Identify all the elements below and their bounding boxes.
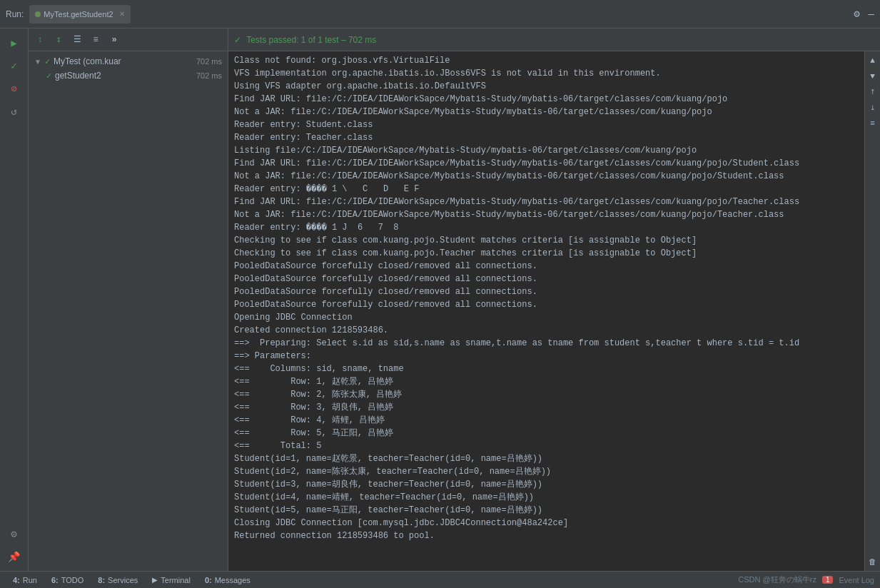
root-check-icon: ✓ <box>44 57 51 66</box>
output-toolbar: ✓ Tests passed: 1 of 1 test – 702 ms <box>228 29 880 51</box>
status-label: Tests passed: <box>246 35 298 45</box>
more-btn[interactable]: » <box>106 31 123 49</box>
console-line: <== Row: 5, 马正阳, 吕艳婷 <box>234 427 859 440</box>
console-line: Returned connection 1218593486 to pool. <box>234 529 859 542</box>
left-panel: ↕ ↧ ☰ ≡ » ▼ ✓ MyTest (com.kuar 702 ms ✓ … <box>29 29 228 571</box>
console-output[interactable]: Class not found: org.jboss.vfs.VirtualFi… <box>228 51 864 571</box>
console-line: <== Total: 5 <box>234 440 859 452</box>
bottom-tab-terminal[interactable]: ▶ Terminal <box>145 572 198 588</box>
event-log-badge: 1 <box>822 576 834 584</box>
console-line: Opening JDBC Connection <box>234 311 859 324</box>
messages-tab-num: 0: <box>205 576 212 584</box>
main-content: ▶ ✓ ⊘ ↺ ⚙ 📌 ↕ ↧ ☰ ≡ » ▼ ✓ MyTest (com.ku… <box>0 29 880 571</box>
console-line: Reader entry: Student.class <box>234 118 859 131</box>
console-line: PooledDataSource forcefully closed/remov… <box>234 298 859 311</box>
console-line: Not a JAR: file:/C:/IDEA/IDEAWorkSapce/M… <box>234 208 859 221</box>
play-button[interactable]: ▶ <box>4 33 24 53</box>
console-line: Student(id=5, name=马正阳, teacher=Teacher(… <box>234 504 859 517</box>
messages-tab-label: Messages <box>215 576 251 584</box>
console-line: Reader entry: ���� 1 J 6 7 8 <box>234 221 859 234</box>
scroll-up-btn[interactable]: ▲ <box>866 54 879 67</box>
console-line: Listing file:/C:/IDEA/IDEAWorkSapce/Myba… <box>234 144 859 157</box>
child-check-icon: ✓ <box>46 71 52 81</box>
tree-root-item[interactable]: ▼ ✓ MyTest (com.kuar 702 ms <box>29 54 228 69</box>
scroll-toolbar: ▲ ▼ ⤒ ⤓ ≡ 🗑 <box>864 51 880 571</box>
console-line: Find JAR URL: file:/C:/IDEA/IDEAWorkSapc… <box>234 157 859 170</box>
console-line: Student(id=4, name=靖鲤, teacher=Teacher(i… <box>234 491 859 504</box>
terminal-tab-label: Terminal <box>161 576 191 584</box>
console-line: Class not found: org.jboss.vfs.VirtualFi… <box>234 54 859 67</box>
child-item-time: 702 ms <box>196 71 222 80</box>
console-line: Not a JAR: file:/C:/IDEA/IDEAWorkSapce/M… <box>234 106 859 118</box>
scroll-down-btn[interactable]: ▼ <box>866 70 879 83</box>
filter2-btn[interactable]: ≡ <box>87 31 104 49</box>
run-label: Run: <box>6 9 24 19</box>
bottom-tab-run[interactable]: 4: Run <box>6 572 44 588</box>
test-toolbar: ↕ ↧ ☰ ≡ » <box>29 29 228 51</box>
console-line: Created connection 1218593486. <box>234 324 859 337</box>
event-log-label: Event Log <box>839 576 874 584</box>
console-line: Reader entry: Teacher.class <box>234 131 859 144</box>
output-panel: ✓ Tests passed: 1 of 1 test – 702 ms Cla… <box>228 29 880 571</box>
settings-side-icon[interactable]: ⚙ <box>4 524 24 544</box>
console-line: Find JAR URL: file:/C:/IDEA/IDEAWorkSapc… <box>234 196 859 208</box>
child-item-name: getStudent2 <box>55 71 193 81</box>
run-toolbar: ▶ ✓ ⊘ ↺ ⚙ 📌 <box>0 29 29 571</box>
run-tab-label: Run <box>23 576 37 584</box>
tree-child-item[interactable]: ✓ getStudent2 702 ms <box>29 69 228 83</box>
services-tab-label: Services <box>108 576 138 584</box>
run-tab[interactable]: MyTest.getStudent2 ✕ <box>29 5 130 24</box>
sort-desc-btn[interactable]: ↧ <box>50 31 67 49</box>
test-tree: ▼ ✓ MyTest (com.kuar 702 ms ✓ getStudent… <box>29 51 228 571</box>
top-bar-right: ⚙ — <box>854 8 874 20</box>
filter1-btn[interactable]: ☰ <box>69 31 86 49</box>
terminal-tab-icon: ▶ <box>152 576 158 584</box>
check-button[interactable]: ✓ <box>4 56 24 76</box>
restart-button[interactable]: ↺ <box>4 101 24 121</box>
tab-name: MyTest.getStudent2 <box>44 10 113 19</box>
console-line: Student(id=1, name=赵乾景, teacher=Teacher(… <box>234 452 859 465</box>
pass-check-icon: ✓ <box>234 35 241 45</box>
filter-output-btn[interactable]: ≡ <box>866 117 879 130</box>
status-count: 1 of 1 test <box>301 35 339 45</box>
console-line: Student(id=3, name=胡良伟, teacher=Teacher(… <box>234 478 859 491</box>
status-time: 702 ms <box>348 35 376 45</box>
top-bar: Run: MyTest.getStudent2 ✕ ⚙ — <box>0 0 880 29</box>
console-line: PooledDataSource forcefully closed/remov… <box>234 273 859 285</box>
clear-btn[interactable]: 🗑 <box>866 555 879 568</box>
scroll-bottom-btn[interactable]: ⤓ <box>866 101 879 114</box>
console-line: Checking to see if class com.kuang.pojo.… <box>234 234 859 247</box>
console-line: Find JAR URL: file:/C:/IDEA/IDEAWorkSapc… <box>234 93 859 106</box>
console-line: PooledDataSource forcefully closed/remov… <box>234 260 859 273</box>
minimize-icon[interactable]: — <box>869 9 874 20</box>
console-line: ==> Preparing: Select s.id as sid,s.name… <box>234 337 859 350</box>
console-line: Using VFS adapter org.apache.ibatis.io.D… <box>234 80 859 93</box>
settings-icon[interactable]: ⚙ <box>854 8 859 20</box>
bottom-tab-todo[interactable]: 6: TODO <box>44 572 91 588</box>
sort-asc-btn[interactable]: ↕ <box>31 31 49 49</box>
console-line: <== Row: 3, 胡良伟, 吕艳婷 <box>234 401 859 414</box>
console-line: Checking to see if class com.kuang.pojo.… <box>234 247 859 260</box>
console-line: <== Row: 4, 靖鲤, 吕艳婷 <box>234 414 859 427</box>
close-icon[interactable]: ✕ <box>119 10 125 18</box>
root-item-name: MyTest (com.kuar <box>54 56 193 66</box>
scroll-top-btn[interactable]: ⤒ <box>866 86 879 98</box>
stop-button[interactable]: ⊘ <box>4 78 24 98</box>
bottom-right: CSDN @狂奔の蜗牛rz 1 Event Log <box>738 574 874 585</box>
bottom-bar: 4: Run 6: TODO 8: Services ▶ Terminal 0:… <box>0 571 880 588</box>
pin-icon[interactable]: 📌 <box>4 547 24 567</box>
bottom-tab-services[interactable]: 8: Services <box>91 572 145 588</box>
root-item-time: 702 ms <box>196 57 222 66</box>
bottom-tab-messages[interactable]: 0: Messages <box>198 572 258 588</box>
brand-text: CSDN @狂奔の蜗牛rz <box>738 574 816 585</box>
console-line: PooledDataSource forcefully closed/remov… <box>234 285 859 298</box>
todo-tab-num: 6: <box>51 576 59 584</box>
console-line: Student(id=2, name=陈张太康, teacher=Teacher… <box>234 465 859 478</box>
output-with-scroll: Class not found: org.jboss.vfs.VirtualFi… <box>228 51 880 571</box>
console-line: Not a JAR: file:/C:/IDEA/IDEAWorkSapce/M… <box>234 170 859 183</box>
console-line: ==> Parameters: <box>234 350 859 363</box>
test-status: ✓ Tests passed: 1 of 1 test – 702 ms <box>234 35 376 45</box>
services-tab-num: 8: <box>98 576 105 584</box>
todo-tab-label: TODO <box>61 576 84 584</box>
console-line: VFS implementation org.apache.ibatis.io.… <box>234 67 859 80</box>
